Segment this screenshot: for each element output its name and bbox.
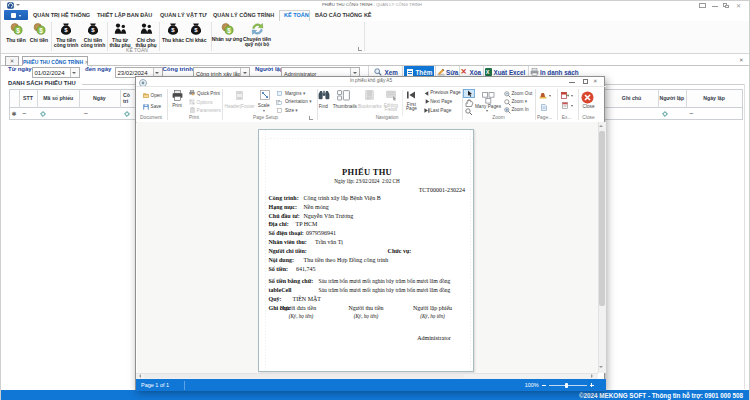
svg-text:$: $ — [227, 27, 231, 35]
svg-text:$: $ — [39, 27, 43, 35]
svg-text:$: $ — [16, 27, 20, 35]
